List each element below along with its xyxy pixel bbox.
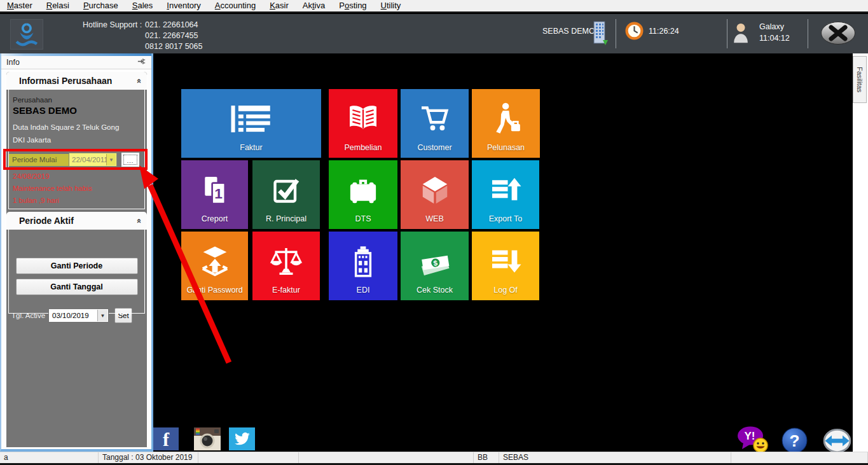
export-up-icon bbox=[472, 160, 539, 214]
menu-relasi[interactable]: Relasi bbox=[39, 0, 76, 11]
hotline-number: 021. 22667455 bbox=[145, 31, 202, 41]
svg-text:1: 1 bbox=[214, 185, 223, 202]
tile-export-to[interactable]: Export To bbox=[472, 160, 539, 229]
menu-accounting[interactable]: Accounting bbox=[208, 0, 263, 11]
tile-creport[interactable]: 1Creport bbox=[181, 160, 248, 229]
periode-aktif-panel: Periode Aktif » Ganti Periode Ganti Tang… bbox=[6, 212, 147, 323]
tile-faktur[interactable]: Faktur bbox=[181, 89, 321, 158]
info-panel-titlebar: Info bbox=[1, 56, 151, 69]
user-icon bbox=[733, 22, 749, 46]
collapse-chevron-icon[interactable]: » bbox=[134, 218, 143, 223]
tile-pembelian[interactable]: Pembelian bbox=[329, 89, 397, 158]
right-dock-strip: Fasilitas bbox=[853, 53, 868, 452]
tile-label: Creport bbox=[202, 214, 228, 229]
menu-posting[interactable]: Posting bbox=[332, 0, 373, 11]
svg-text:Y!: Y! bbox=[745, 430, 755, 442]
status-cell: a bbox=[0, 452, 99, 463]
periode-mulai-dropdown[interactable]: 22/04/2011 ▼ bbox=[69, 153, 117, 167]
titlebar: Hotline Support : 021. 22661064 021. 226… bbox=[0, 14, 868, 53]
hotline-number: 0812 8017 5065 bbox=[145, 41, 202, 52]
menu-purchase[interactable]: Purchase bbox=[76, 0, 125, 11]
tile-label: Pelunasan bbox=[487, 143, 525, 158]
periode-mulai-row: Periode Mulai 22/04/2011 ▼ ... bbox=[9, 152, 140, 167]
menu-sales[interactable]: Sales bbox=[125, 0, 160, 11]
layers-up-icon bbox=[181, 232, 248, 286]
info-title: Info bbox=[6, 58, 20, 67]
info-sidebar: Info Informasi Perusahaan » Perusahaan S… bbox=[0, 53, 153, 452]
menubar: MasterRelasiPurchaseSalesInventoryAccoun… bbox=[0, 0, 868, 13]
cube-icon bbox=[401, 160, 469, 214]
report-pages-icon: 1 bbox=[181, 160, 248, 214]
tile-label: Customer bbox=[417, 143, 451, 158]
suitcase-icon bbox=[329, 160, 397, 214]
tile-label: Export To bbox=[489, 214, 523, 229]
periode-panel-title: Periode Aktif bbox=[19, 216, 74, 226]
twitter-icon[interactable] bbox=[229, 427, 255, 450]
tile-dts[interactable]: DTS bbox=[329, 160, 397, 229]
periode-mulai-value: 22/04/2011 bbox=[72, 156, 108, 163]
header-divider bbox=[808, 19, 808, 48]
chevron-down-icon[interactable]: ▼ bbox=[97, 310, 107, 321]
tile-r-principal[interactable]: R. Principal bbox=[252, 160, 320, 229]
tile-label: Faktur bbox=[240, 143, 262, 158]
instagram-icon[interactable] bbox=[194, 427, 221, 450]
tile-customer[interactable]: Customer bbox=[401, 89, 469, 158]
invoice-icon bbox=[181, 89, 321, 143]
ellipsis-label: ... bbox=[123, 155, 137, 165]
header-divider bbox=[616, 19, 616, 48]
close-button[interactable] bbox=[820, 21, 856, 45]
desktop-area: f bbox=[153, 53, 853, 452]
user-login-time: 11:04:12 bbox=[759, 32, 790, 44]
hotline-label: Hotline Support : bbox=[83, 20, 142, 52]
scales-icon bbox=[252, 232, 320, 286]
periode-browse-button[interactable]: ... bbox=[121, 152, 140, 167]
logoff-down-icon bbox=[472, 232, 539, 286]
company-name: SEBAS DEMO bbox=[542, 27, 595, 36]
status-cell: SEBAS bbox=[499, 452, 731, 463]
menu-aktiva[interactable]: Aktiva bbox=[296, 0, 332, 11]
maintenance-warning: 24/08/2019 Maintenance telah habis 1 bul… bbox=[6, 172, 147, 209]
menu-utility[interactable]: Utility bbox=[374, 0, 408, 11]
hotline-support: Hotline Support : 021. 22661064 021. 226… bbox=[83, 20, 202, 52]
status-cell: BB bbox=[474, 452, 499, 463]
tgl-active-dropdown[interactable]: 03/10/2019 ▼ bbox=[48, 309, 109, 323]
tile-e-faktur[interactable]: E-faktur bbox=[252, 232, 320, 300]
tile-pelunasan[interactable]: Pelunasan bbox=[472, 89, 540, 158]
tile-label: WEB bbox=[425, 214, 443, 229]
tile-label: Cek Stock bbox=[417, 286, 453, 300]
booth-icon bbox=[329, 232, 397, 286]
system-time: 11:26:24 bbox=[649, 27, 679, 36]
company-panel-title: Informasi Perusahaan bbox=[19, 76, 112, 86]
tile-label: Pembelian bbox=[344, 143, 382, 158]
person-briefcase-icon bbox=[472, 89, 540, 143]
menu-master[interactable]: Master bbox=[0, 0, 39, 11]
tile-label: DTS bbox=[355, 214, 371, 229]
hotline-number: 021. 22661064 bbox=[145, 20, 202, 31]
company-info-panel: Informasi Perusahaan » Perusahaan SEBAS … bbox=[6, 71, 148, 448]
company-panel-header[interactable]: Informasi Perusahaan » bbox=[6, 72, 147, 90]
clock-icon bbox=[625, 22, 644, 43]
facebook-icon[interactable]: f bbox=[153, 427, 179, 450]
collapse-chevron-icon[interactable]: » bbox=[134, 78, 143, 83]
user-name: Galaxy bbox=[759, 21, 790, 32]
menu-kasir[interactable]: Kasir bbox=[263, 0, 296, 11]
status-cell: Tanggal : 03 Oktober 2019 bbox=[99, 452, 198, 463]
status-cell bbox=[299, 452, 474, 463]
pin-icon[interactable] bbox=[137, 57, 146, 68]
periode-panel-header[interactable]: Periode Aktif » bbox=[6, 212, 147, 230]
tab-fasilitas[interactable]: Fasilitas bbox=[853, 56, 867, 103]
banknote-icon: $ bbox=[401, 232, 469, 286]
menu-inventory[interactable]: Inventory bbox=[160, 0, 208, 11]
tile-edi[interactable]: EDI bbox=[329, 232, 397, 300]
tile-label: R. Principal bbox=[266, 214, 307, 229]
checkbox-icon bbox=[252, 160, 320, 214]
maintenance-remaining: 1 bulan ,9 hari bbox=[13, 197, 147, 204]
tile-log-of[interactable]: Log Of bbox=[472, 232, 539, 300]
tile-label: EDI bbox=[357, 286, 370, 300]
tile-web[interactable]: WEB bbox=[401, 160, 469, 229]
maintenance-message: Maintenance telah habis bbox=[13, 184, 147, 192]
tile-ganti-password[interactable]: Ganti Password bbox=[181, 232, 248, 300]
chevron-down-icon[interactable]: ▼ bbox=[106, 154, 116, 165]
tile-cek-stock[interactable]: $Cek Stock bbox=[401, 232, 469, 300]
shopping-cart-icon bbox=[401, 89, 469, 143]
